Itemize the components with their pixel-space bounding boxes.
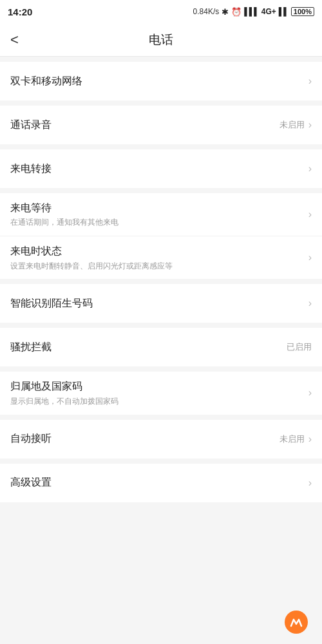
item-title-smart-identify: 智能识别陌生号码 bbox=[10, 296, 308, 310]
menu-item-advanced-settings[interactable]: 高级设置› bbox=[0, 464, 322, 502]
item-title-call-waiting: 来电等待 bbox=[10, 201, 308, 215]
menu-item-harassment-intercept[interactable]: 骚扰拦截已启用 bbox=[0, 328, 322, 366]
item-subtitle-location-country-code: 显示归属地，不自动加拨国家码 bbox=[10, 396, 308, 407]
battery-icon: 100% bbox=[291, 7, 314, 16]
item-title-call-forwarding: 来电转接 bbox=[10, 162, 308, 176]
menu-item-call-recording[interactable]: 通话录音未启用› bbox=[0, 106, 322, 144]
menu-group-group2: 通话录音未启用› bbox=[0, 106, 322, 144]
chevron-right-icon: › bbox=[308, 76, 312, 86]
chevron-right-icon: › bbox=[308, 252, 312, 263]
chevron-right-icon: › bbox=[308, 209, 312, 220]
bluetooth-icon: ✱ bbox=[222, 7, 229, 17]
item-status-harassment-intercept: 已启用 bbox=[287, 341, 312, 353]
menu-item-location-country-code[interactable]: 归属地及国家码显示归属地，不自动加拨国家码› bbox=[0, 372, 322, 414]
menu-item-auto-answer[interactable]: 自动接听未启用› bbox=[0, 420, 322, 459]
item-title-call-recording: 通话录音 bbox=[10, 118, 279, 132]
menu-group-group3: 来电转接› bbox=[0, 149, 322, 188]
signal-icon: ▌▌▌ bbox=[244, 7, 259, 16]
item-title-location-country-code: 归属地及国家码 bbox=[10, 379, 308, 393]
settings-content: 双卡和移动网络›通话录音未启用›来电转接›来电等待在通话期间，通知我有其他来电›… bbox=[0, 62, 322, 502]
menu-item-smart-identify[interactable]: 智能识别陌生号码› bbox=[0, 284, 322, 323]
item-status-call-recording: 未启用 bbox=[279, 119, 305, 131]
back-button[interactable]: < bbox=[10, 33, 19, 47]
menu-item-dual-sim[interactable]: 双卡和移动网络› bbox=[0, 62, 322, 100]
network-type: 4G+ bbox=[261, 7, 276, 16]
menu-item-call-waiting[interactable]: 来电等待在通话期间，通知我有其他来电› bbox=[0, 193, 322, 236]
menu-group-group1: 双卡和移动网络› bbox=[0, 62, 322, 100]
menu-group-group5: 智能识别陌生号码› bbox=[0, 284, 322, 323]
chevron-right-icon: › bbox=[308, 298, 312, 308]
chevron-right-icon: › bbox=[308, 478, 312, 488]
network-speed: 0.84K/s bbox=[193, 7, 220, 16]
watermark-logo-svg bbox=[289, 614, 304, 630]
item-status-auto-answer: 未启用 bbox=[279, 433, 305, 445]
item-title-incoming-status: 来电时状态 bbox=[10, 244, 308, 258]
alarm-icon: ⏰ bbox=[231, 7, 242, 17]
menu-item-incoming-status[interactable]: 来电时状态设置来电时翻转静音、启用闪光灯或距离感应等› bbox=[0, 236, 322, 279]
status-icons: 0.84K/s ✱ ⏰ ▌▌▌ 4G+ ▌▌ 100% bbox=[193, 7, 314, 17]
item-title-harassment-intercept: 骚扰拦截 bbox=[10, 340, 287, 354]
item-title-auto-answer: 自动接听 bbox=[10, 431, 279, 446]
item-subtitle-incoming-status: 设置来电时翻转静音、启用闪光灯或距离感应等 bbox=[10, 261, 308, 272]
watermark bbox=[285, 611, 312, 634]
menu-group-group6: 骚扰拦截已启用 bbox=[0, 328, 322, 366]
signal2-icon: ▌▌ bbox=[279, 7, 289, 16]
menu-group-group4: 来电等待在通话期间，通知我有其他来电›来电时状态设置来电时翻转静音、启用闪光灯或… bbox=[0, 193, 322, 279]
menu-item-call-forwarding[interactable]: 来电转接› bbox=[0, 149, 322, 188]
menu-group-group8: 自动接听未启用› bbox=[0, 420, 322, 459]
status-time: 14:20 bbox=[8, 6, 32, 17]
status-bar: 14:20 0.84K/s ✱ ⏰ ▌▌▌ 4G+ ▌▌ 100% bbox=[0, 0, 322, 23]
page-title: 电话 bbox=[149, 32, 173, 48]
chevron-right-icon: › bbox=[308, 120, 312, 130]
menu-group-group9: 高级设置› bbox=[0, 464, 322, 502]
chevron-right-icon: › bbox=[308, 164, 312, 174]
item-title-advanced-settings: 高级设置 bbox=[10, 475, 308, 489]
chevron-right-icon: › bbox=[308, 434, 312, 444]
item-subtitle-call-waiting: 在通话期间，通知我有其他来电 bbox=[10, 217, 308, 228]
item-title-dual-sim: 双卡和移动网络 bbox=[10, 74, 308, 88]
chevron-right-icon: › bbox=[308, 388, 312, 398]
page-header: < 电话 bbox=[0, 23, 322, 57]
watermark-logo bbox=[285, 611, 308, 634]
menu-group-group7: 归属地及国家码显示归属地，不自动加拨国家码› bbox=[0, 372, 322, 414]
